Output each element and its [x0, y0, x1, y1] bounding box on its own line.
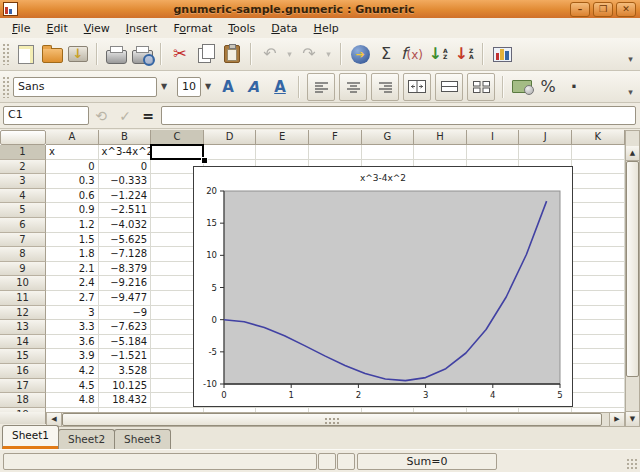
- cell-K1[interactable]: [572, 145, 625, 160]
- cell-B4[interactable]: −1.224: [99, 189, 152, 204]
- cell-A10[interactable]: 2.4: [46, 276, 99, 291]
- center-across-button[interactable]: [403, 73, 431, 101]
- row-header-12[interactable]: 12: [0, 306, 46, 321]
- function-button[interactable]: f(x): [399, 41, 425, 67]
- cell-B11[interactable]: −9.477: [99, 291, 152, 306]
- cell-K14[interactable]: [572, 335, 625, 350]
- cell-A18[interactable]: 4.8: [46, 393, 99, 408]
- resize-grip-icon[interactable]: [626, 458, 638, 470]
- cell-B17[interactable]: 10.125: [99, 379, 152, 394]
- cell-A17[interactable]: 4.5: [46, 379, 99, 394]
- cell-K3[interactable]: [572, 174, 625, 189]
- cell-A8[interactable]: 1.8: [46, 247, 99, 262]
- row-header-10[interactable]: 10: [0, 276, 46, 291]
- cell-D1[interactable]: [204, 145, 257, 160]
- cell-A11[interactable]: 2.7: [46, 291, 99, 306]
- formula-input[interactable]: [161, 106, 636, 125]
- cell-A12[interactable]: 3: [46, 306, 99, 321]
- new-document-button[interactable]: [13, 41, 39, 67]
- column-header-F[interactable]: F: [309, 130, 362, 145]
- scroll-up-icon[interactable]: ▲: [626, 146, 639, 161]
- cell-K13[interactable]: [572, 320, 625, 335]
- column-header-D[interactable]: D: [204, 130, 257, 145]
- column-header-K[interactable]: K: [572, 130, 625, 145]
- column-header-J[interactable]: J: [519, 130, 572, 145]
- cell-C1[interactable]: [151, 145, 204, 160]
- cell-A6[interactable]: 1.2: [46, 218, 99, 233]
- cell-A13[interactable]: 3.3: [46, 320, 99, 335]
- toolbar-overflow-button[interactable]: ▾: [624, 79, 637, 105]
- cell-J1[interactable]: [519, 145, 572, 160]
- menu-tools[interactable]: Tools: [220, 20, 263, 37]
- row-header-6[interactable]: 6: [0, 218, 46, 233]
- cell-B2[interactable]: 0: [99, 160, 152, 175]
- minimize-button[interactable]: –: [570, 2, 590, 17]
- menu-data[interactable]: Data: [263, 20, 305, 37]
- sheet-tab-sheet1[interactable]: Sheet1: [2, 425, 59, 449]
- redo-menu-button[interactable]: ▾: [322, 41, 335, 67]
- cell-K16[interactable]: [572, 364, 625, 379]
- cell-B8[interactable]: −7.128: [99, 247, 152, 262]
- cell-B6[interactable]: −4.032: [99, 218, 152, 233]
- row-header-4[interactable]: 4: [0, 189, 46, 204]
- column-header-C[interactable]: C: [151, 130, 204, 145]
- cell-A4[interactable]: 0.6: [46, 189, 99, 204]
- cell-A5[interactable]: 0.9: [46, 203, 99, 218]
- column-header-G[interactable]: G: [362, 130, 415, 145]
- cell-B1[interactable]: x^3-4x^2: [99, 145, 152, 160]
- hyperlink-button[interactable]: ➔: [347, 41, 373, 67]
- row-header-16[interactable]: 16: [0, 364, 46, 379]
- cell-A1[interactable]: x: [46, 145, 99, 160]
- row-header-5[interactable]: 5: [0, 203, 46, 218]
- row-header-11[interactable]: 11: [0, 291, 46, 306]
- select-all-corner[interactable]: [0, 130, 46, 145]
- paste-button[interactable]: [219, 41, 245, 67]
- menu-edit[interactable]: Edit: [38, 20, 75, 37]
- cell-B16[interactable]: 3.528: [99, 364, 152, 379]
- percent-button[interactable]: %: [535, 74, 561, 100]
- row-header-7[interactable]: 7: [0, 233, 46, 248]
- cell-B10[interactable]: −9.216: [99, 276, 152, 291]
- fill-handle[interactable]: [201, 157, 208, 164]
- print-preview-button[interactable]: [129, 41, 155, 67]
- merge-cells-button[interactable]: [435, 73, 463, 101]
- horizontal-scrollbar[interactable]: ◀ ▶: [46, 412, 625, 427]
- row-header-15[interactable]: 15: [0, 349, 46, 364]
- close-button[interactable]: ✕: [616, 2, 636, 17]
- font-size-dropdown[interactable]: ▼: [201, 77, 215, 97]
- cell-B7[interactable]: −5.625: [99, 233, 152, 248]
- menu-view[interactable]: View: [76, 20, 118, 37]
- cell-E1[interactable]: [256, 145, 309, 160]
- sort-descending-button[interactable]: ↓ZA: [451, 41, 477, 67]
- font-name-dropdown[interactable]: ▼: [157, 77, 171, 97]
- open-button[interactable]: [39, 41, 65, 67]
- row-header-18[interactable]: 18: [0, 393, 46, 408]
- cell-B14[interactable]: −5.184: [99, 335, 152, 350]
- cell-A15[interactable]: 3.9: [46, 349, 99, 364]
- sum-button[interactable]: Σ: [373, 41, 399, 67]
- cell-B18[interactable]: 18.432: [99, 393, 152, 408]
- cancel-icon[interactable]: ⟲: [89, 108, 113, 124]
- equals-button[interactable]: =: [137, 108, 159, 124]
- print-button[interactable]: [103, 41, 129, 67]
- menu-file[interactable]: File: [4, 20, 38, 37]
- column-header-B[interactable]: B: [99, 130, 152, 145]
- font-size-combo[interactable]: 10: [177, 77, 201, 97]
- sort-ascending-button[interactable]: ↓AZ: [425, 41, 451, 67]
- cell-B13[interactable]: −7.623: [99, 320, 152, 335]
- maximize-button[interactable]: ❒: [593, 2, 613, 17]
- row-header-1[interactable]: 1: [0, 145, 46, 160]
- cell-F1[interactable]: [309, 145, 362, 160]
- cell-K11[interactable]: [572, 291, 625, 306]
- column-header-E[interactable]: E: [256, 130, 309, 145]
- column-header-I[interactable]: I: [467, 130, 520, 145]
- cell-K5[interactable]: [572, 203, 625, 218]
- cell-A3[interactable]: 0.3: [46, 174, 99, 189]
- thousands-separator-button[interactable]: ·: [561, 74, 587, 100]
- insert-chart-button[interactable]: [489, 41, 515, 67]
- scroll-right-icon[interactable]: ▶: [609, 413, 624, 426]
- cell-K10[interactable]: [572, 276, 625, 291]
- bold-button[interactable]: A: [215, 74, 241, 100]
- currency-button[interactable]: [509, 74, 535, 100]
- row-header-8[interactable]: 8: [0, 247, 46, 262]
